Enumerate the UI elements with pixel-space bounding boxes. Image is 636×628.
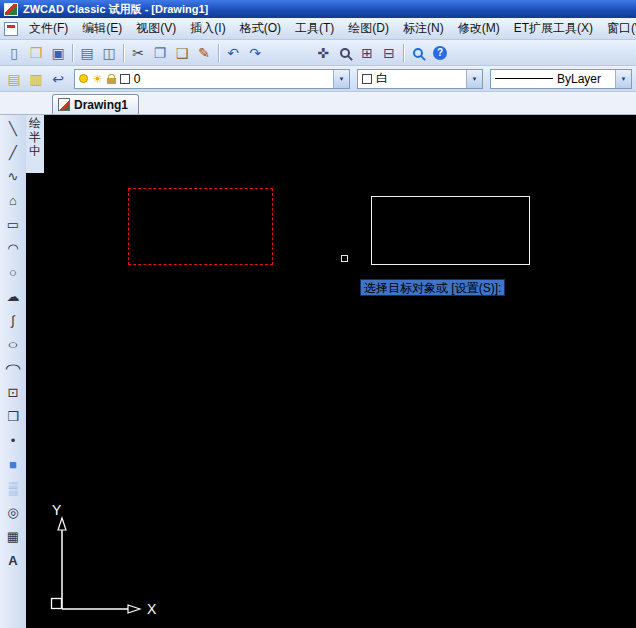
polyline-button[interactable]: ∿ — [3, 166, 23, 186]
arc-icon: ◠ — [7, 241, 18, 256]
pan-button[interactable]: ✜ — [312, 42, 334, 64]
insert-block-button[interactable]: ⊡ — [3, 382, 23, 402]
arc-button[interactable]: ◠ — [3, 238, 23, 258]
current-layer-name: 0 — [134, 72, 141, 86]
color-dropdown[interactable]: 白 ▼ — [357, 69, 483, 89]
help-button[interactable]: ? — [429, 42, 451, 64]
print-preview-button[interactable]: ◫ — [98, 42, 120, 64]
drawing-file-icon[interactable] — [4, 22, 18, 36]
zwcad-logo-icon — [4, 3, 18, 16]
toolbar-separator — [72, 44, 73, 62]
point-icon: • — [11, 433, 16, 448]
ellipse-arc-button[interactable]: ◠ — [3, 358, 23, 378]
undo-button[interactable]: ↶ — [222, 42, 244, 64]
ucs-icon: Y X — [46, 500, 181, 625]
copy-button[interactable]: ❐ — [149, 42, 171, 64]
region-icon: ◎ — [7, 505, 18, 520]
selected-source-rectangle[interactable] — [128, 188, 273, 265]
open-file-icon: ❒ — [30, 45, 43, 61]
polygon-button[interactable]: ⌂ — [3, 190, 23, 210]
hatch-icon: ■ — [9, 457, 17, 472]
make-block-button[interactable]: ❒ — [3, 406, 23, 426]
menu-et-tools[interactable]: ET扩展工具(X) — [507, 18, 600, 40]
circle-button[interactable]: ○ — [3, 262, 23, 282]
ellipse-button[interactable]: ○ — [3, 334, 23, 354]
match-properties-button[interactable]: ✎ — [193, 42, 215, 64]
print-preview-icon: ◫ — [102, 45, 115, 61]
tab-drawing1[interactable]: Drawing1 — [52, 94, 139, 114]
print-button[interactable]: ▤ — [76, 42, 98, 64]
hatch-button[interactable]: ■ — [3, 454, 23, 474]
line-button[interactable]: ╲ — [3, 118, 23, 138]
table-button[interactable]: ▦ — [3, 526, 23, 546]
dock-label-char: 半 — [29, 131, 41, 144]
region-button[interactable]: ◎ — [3, 502, 23, 522]
window-title: ZWCAD Classic 试用版 - [Drawing1] — [23, 2, 208, 17]
toolbar-spacer — [266, 52, 312, 53]
title-bar[interactable]: ZWCAD Classic 试用版 - [Drawing1] — [0, 0, 636, 18]
layer-dropdown-arrow-icon[interactable]: ▼ — [333, 70, 349, 88]
revision-cloud-icon: ☁ — [7, 289, 20, 304]
ucs-x-label: X — [147, 601, 157, 617]
layer-properties-button[interactable]: ▤ — [3, 68, 25, 90]
polyline-icon: ∿ — [8, 169, 19, 184]
spline-button[interactable]: ∫ — [3, 310, 23, 330]
zoom-previous-button[interactable]: ⊟ — [378, 42, 400, 64]
menu-insert[interactable]: 插入(I) — [183, 18, 232, 40]
layer-previous-button[interactable]: ↩ — [47, 68, 69, 90]
linetype-dropdown[interactable]: ByLayer ▼ — [490, 69, 632, 89]
point-button[interactable]: • — [3, 430, 23, 450]
match-properties-icon: ✎ — [198, 45, 210, 61]
zoom-window-button[interactable]: ⊞ — [356, 42, 378, 64]
gradient-button[interactable]: ▒ — [3, 478, 23, 498]
color-dropdown-arrow-icon[interactable]: ▼ — [466, 70, 482, 88]
menu-window[interactable]: 窗口(W) — [600, 18, 636, 40]
zoom-realtime-button[interactable] — [334, 42, 356, 64]
draw-toolbar: ╲ ╱ ∿ ⌂ ▭ ◠ ○ ☁ ∫ ○ ◠ ⊡ ❒ • ■ ▒ ◎ ▦ A — [0, 115, 26, 628]
dock-label-char: 中 — [29, 145, 41, 158]
rectangle-button[interactable]: ▭ — [3, 214, 23, 234]
menu-modify[interactable]: 修改(M) — [451, 18, 507, 40]
layer-states-icon: ▥ — [29, 71, 42, 87]
menu-view[interactable]: 视图(V) — [129, 18, 183, 40]
menu-dimension[interactable]: 标注(N) — [396, 18, 451, 40]
menu-draw[interactable]: 绘图(D) — [341, 18, 396, 40]
rectangle-icon: ▭ — [7, 217, 19, 232]
revision-cloud-button[interactable]: ☁ — [3, 286, 23, 306]
menu-file[interactable]: 文件(F) — [22, 18, 75, 40]
paste-button[interactable]: ❑ — [171, 42, 193, 64]
target-rectangle[interactable] — [371, 196, 530, 265]
ucs-y-label: Y — [52, 502, 62, 518]
redo-button[interactable]: ↷ — [244, 42, 266, 64]
ellipse-arc-icon: ◠ — [5, 361, 21, 376]
save-file-button[interactable]: ▣ — [47, 42, 69, 64]
document-tab-bar: Drawing1 — [0, 92, 636, 115]
construction-line-button[interactable]: ╱ — [3, 142, 23, 162]
undo-icon: ↶ — [227, 45, 239, 61]
current-color-name: 白 — [376, 70, 388, 87]
new-file-button[interactable]: ▯ — [3, 42, 25, 64]
drawing-canvas[interactable]: 绘 半 中 选择目标对象或 [设置(S)]: Y X — [26, 115, 636, 628]
menu-tools[interactable]: 工具(T) — [288, 18, 341, 40]
mtext-icon: A — [8, 553, 17, 568]
cut-button[interactable]: ✂ — [127, 42, 149, 64]
line-icon: ╲ — [9, 121, 17, 136]
main-area: ╲ ╱ ∿ ⌂ ▭ ◠ ○ ☁ ∫ ○ ◠ ⊡ ❒ • ■ ▒ ◎ ▦ A 绘 … — [0, 115, 636, 628]
find-button[interactable] — [407, 42, 429, 64]
open-file-button[interactable]: ❒ — [25, 42, 47, 64]
menu-edit[interactable]: 编辑(E) — [75, 18, 129, 40]
construction-line-icon: ╱ — [9, 145, 17, 160]
menu-format[interactable]: 格式(O) — [233, 18, 288, 40]
toolbar-separator — [123, 44, 124, 62]
menu-bar: 文件(F) 编辑(E) 视图(V) 插入(I) 格式(O) 工具(T) 绘图(D… — [0, 18, 636, 40]
layer-dropdown[interactable]: ☀ 0 ▼ — [74, 69, 350, 89]
zoom-window-icon: ⊞ — [361, 45, 373, 61]
gradient-icon: ▒ — [8, 481, 17, 496]
layer-states-button[interactable]: ▥ — [25, 68, 47, 90]
table-icon: ▦ — [7, 529, 19, 544]
current-color-swatch — [362, 74, 372, 84]
docked-toolbar-stub[interactable]: 绘 半 中 — [26, 115, 44, 173]
mtext-button[interactable]: A — [3, 550, 23, 570]
linetype-dropdown-arrow-icon[interactable]: ▼ — [615, 70, 631, 88]
layer-properties-icon: ▤ — [7, 71, 20, 87]
